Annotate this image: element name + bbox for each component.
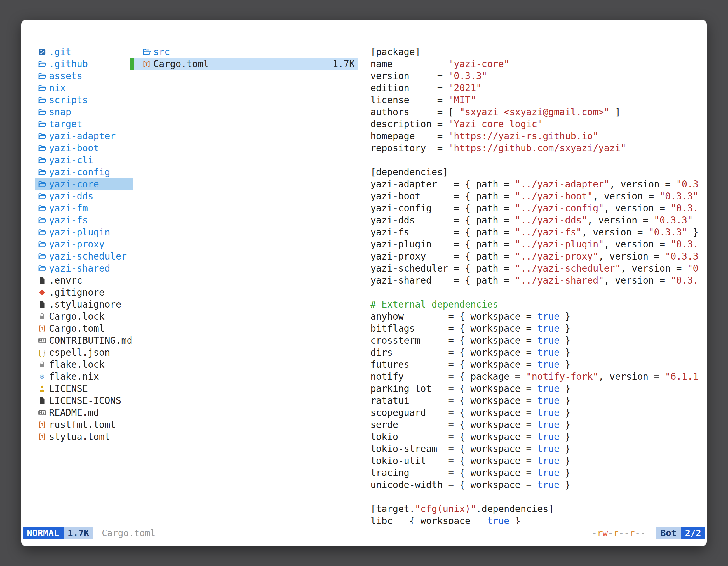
permissions: -rw-r--r--: [592, 528, 646, 538]
preview-line: tracing = { workspace = true }: [370, 467, 707, 479]
file-row-yazi-cli[interactable]: yazi-cli: [35, 154, 133, 166]
preview-line: [target."cfg(unix)".dependencies]: [370, 503, 707, 515]
preview-line: version = "0.3.3": [370, 70, 707, 82]
file-name: cspell.json: [49, 347, 110, 358]
file-row-yazi-boot[interactable]: yazi-boot: [35, 142, 133, 154]
preview-line: yazi-scheduler = { path = "../yazi-sched…: [370, 262, 707, 274]
file-row-.git[interactable]: .git: [35, 46, 133, 58]
file-name: yazi-proxy: [49, 239, 105, 250]
folder-icon: [37, 59, 47, 69]
file-row-Cargo.toml[interactable]: Cargo.toml: [35, 322, 133, 334]
file-row-yazi-fm[interactable]: yazi-fm: [35, 202, 133, 214]
file-name: yazi-config: [49, 167, 110, 178]
file-name: Cargo.toml: [49, 323, 105, 334]
file-row-LICENSE[interactable]: LICENSE: [35, 382, 133, 394]
folder-icon: [37, 227, 47, 238]
folder-icon: [37, 167, 47, 177]
file-name: yazi-core: [49, 179, 99, 190]
file-row-yazi-proxy[interactable]: yazi-proxy: [35, 238, 133, 250]
file-row-.gitignore[interactable]: .gitignore: [35, 286, 133, 298]
folder-icon: [37, 203, 47, 213]
file-name: assets: [49, 71, 82, 81]
lock-icon: [37, 360, 47, 370]
file-row-CONTRIBUTING.md[interactable]: CONTRIBUTING.md: [35, 334, 133, 346]
file-row-stylua.toml[interactable]: stylua.toml: [35, 431, 133, 443]
folder-icon: [37, 264, 47, 274]
file-row-.envrc[interactable]: .envrc: [35, 274, 133, 286]
file-row-flake.nix[interactable]: ❄flake.nix: [35, 370, 133, 382]
preview-line: bitflags = { workspace = true }: [370, 322, 707, 334]
file-row-yazi-dds[interactable]: yazi-dds: [35, 190, 133, 202]
file-row-yazi-core[interactable]: yazi-core: [35, 178, 133, 190]
file-row-rustfmt.toml[interactable]: rustfmt.toml: [35, 419, 133, 431]
parent-pane[interactable]: .git.githubassetsnixscriptssnaptargetyaz…: [35, 46, 133, 443]
preview-line: tokio-stream = { workspace = true }: [370, 443, 707, 455]
file-icon: [37, 276, 47, 285]
gitignore-icon: [37, 287, 47, 297]
folder-icon: [37, 252, 47, 262]
folder-icon: [37, 191, 47, 201]
file-row-target[interactable]: target: [35, 118, 133, 130]
file-name: .git: [49, 46, 71, 57]
preview-line: notify = { package = "notify-fork", vers…: [370, 370, 707, 382]
file-row-.styluaignore[interactable]: .styluaignore: [35, 298, 133, 310]
file-row-assets[interactable]: assets: [35, 70, 133, 82]
preview-line: [370, 491, 707, 503]
status-right: -rw-r--r-- Bot 2/2: [592, 527, 705, 539]
file-row-yazi-plugin[interactable]: yazi-plugin: [35, 226, 133, 238]
file-name: scripts: [49, 95, 88, 105]
license-icon: [37, 384, 47, 394]
folder-icon: [37, 155, 47, 165]
file-icon: [37, 299, 47, 309]
file-row-yazi-shared[interactable]: yazi-shared: [35, 262, 133, 274]
file-row-yazi-scheduler[interactable]: yazi-scheduler: [35, 250, 133, 262]
preview-line: edition = "2021": [370, 82, 707, 94]
file-row-scripts[interactable]: scripts: [35, 94, 133, 106]
file-row-Cargo.toml[interactable]: Cargo.toml1.7K: [130, 58, 358, 70]
toml-icon: [37, 323, 47, 333]
git-icon: [37, 47, 47, 57]
file-row-cspell.json[interactable]: {}cspell.json: [35, 346, 133, 358]
file-row-snap[interactable]: snap: [35, 106, 133, 118]
file-name: README.md: [49, 407, 99, 418]
file-name: .styluaignore: [49, 299, 121, 310]
preview-pane[interactable]: [package]name = "yazi-core"version = "0.…: [370, 46, 707, 524]
file-row-yazi-fs[interactable]: yazi-fs: [35, 214, 133, 226]
file-name: yazi-dds: [49, 191, 93, 202]
markdown-icon: [37, 408, 47, 418]
file-row-yazi-config[interactable]: yazi-config: [35, 166, 133, 178]
toml-icon: [37, 432, 47, 442]
preview-line: tokio-util = { workspace = true }: [370, 455, 707, 467]
file-name: CONTRIBUTING.md: [49, 335, 132, 346]
file-row-src[interactable]: src: [130, 46, 358, 58]
json-icon: {}: [37, 347, 47, 358]
file-row-flake.lock[interactable]: flake.lock: [35, 358, 133, 370]
preview-line: anyhow = { workspace = true }: [370, 310, 707, 322]
file-row-LICENSE-ICONS[interactable]: LICENSE-ICONS: [35, 394, 133, 407]
preview-line: tokio = { workspace = true }: [370, 431, 707, 443]
preview-line: [package]: [370, 46, 707, 58]
folder-icon: [37, 83, 47, 93]
file-name: .github: [49, 58, 88, 69]
preview-line: # External dependencies: [370, 298, 707, 310]
file-row-README.md[interactable]: README.md: [35, 407, 133, 419]
file-row-yazi-adapter[interactable]: yazi-adapter: [35, 130, 133, 142]
folder-icon: [37, 71, 47, 81]
hovered-item-marker: [130, 58, 134, 70]
preview-line: yazi-boot = { path = "../yazi-boot", ver…: [370, 190, 707, 202]
preview-line: libc = { workspace = true }: [370, 515, 707, 524]
file-name: stylua.toml: [49, 431, 110, 442]
file-name: target: [49, 119, 82, 130]
file-name: Cargo.lock: [49, 311, 105, 322]
status-bar: NORMAL 1.7K Cargo.toml -rw-r--r-- Bot 2/…: [23, 527, 705, 539]
preview-line: yazi-adapter = { path = "../yazi-adapter…: [370, 178, 707, 190]
mode-badge: NORMAL: [23, 527, 64, 539]
preview-line: serde = { workspace = true }: [370, 419, 707, 431]
preview-line: homepage = "https://yazi-rs.github.io": [370, 130, 707, 142]
current-pane[interactable]: srcCargo.toml1.7K: [130, 46, 358, 70]
file-row-Cargo.lock[interactable]: Cargo.lock: [35, 310, 133, 322]
folder-icon: [37, 240, 47, 250]
file-name: yazi-boot: [49, 143, 99, 154]
file-row-.github[interactable]: .github: [35, 58, 133, 70]
file-row-nix[interactable]: nix: [35, 82, 133, 94]
